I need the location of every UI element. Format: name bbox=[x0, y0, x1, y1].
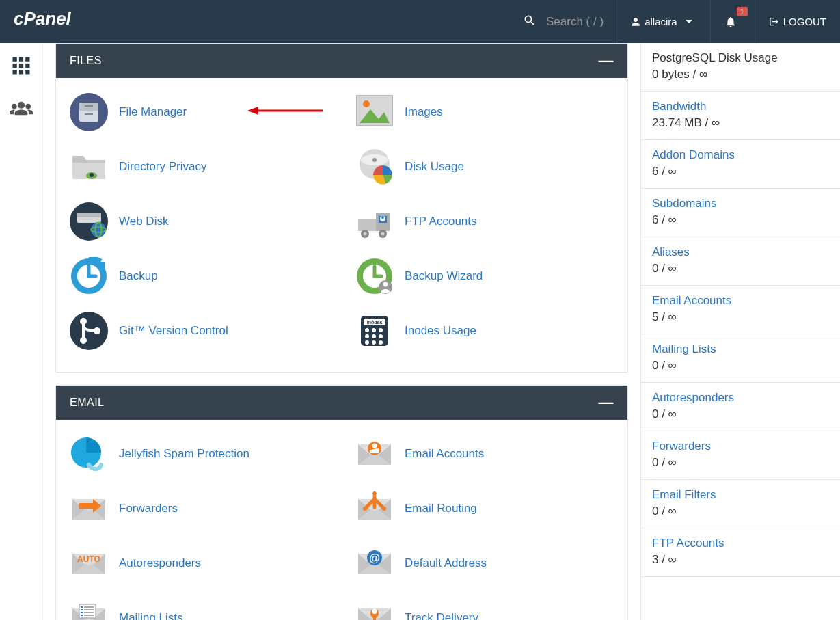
app-item-autoresp[interactable]: Autoresponders bbox=[56, 536, 342, 591]
stat-item: Addon Domains6 / ∞ bbox=[641, 140, 840, 189]
app-label: Git™ Version Control bbox=[119, 324, 228, 338]
header-right: allacira 1 LOGOUT bbox=[617, 0, 840, 43]
app-item-backup[interactable]: Backup bbox=[56, 249, 342, 304]
panel-title: EMAIL bbox=[70, 396, 105, 409]
cpanel-logo[interactable]: cPanel bbox=[14, 9, 89, 34]
app-item-diskusage[interactable]: Disk Usage bbox=[342, 139, 627, 194]
stat-item: Email Filters0 / ∞ bbox=[641, 480, 840, 528]
app-item-backupwiz[interactable]: Backup Wizard bbox=[342, 249, 627, 304]
app-item-dirprivacy[interactable]: Directory Privacy bbox=[56, 139, 342, 194]
app-item-inodes[interactable]: Inodes Usage bbox=[342, 304, 627, 358]
user-menu[interactable]: allacira bbox=[617, 0, 710, 43]
svg-rect-4 bbox=[13, 64, 17, 68]
app-item-images[interactable]: Images bbox=[342, 85, 627, 139]
svg-rect-2 bbox=[19, 57, 23, 62]
logout-button[interactable]: LOGOUT bbox=[755, 0, 840, 43]
app-label: Inodes Usage bbox=[405, 324, 476, 338]
panel-header[interactable]: FILES— bbox=[56, 44, 627, 78]
nav-home-icon[interactable] bbox=[11, 55, 31, 79]
app-item-defaddr[interactable]: Default Address bbox=[342, 536, 627, 591]
panel-body: File ManagerImagesDirectory PrivacyDisk … bbox=[56, 78, 627, 372]
backup-icon bbox=[70, 257, 108, 295]
app-label: Email Accounts bbox=[405, 447, 484, 461]
stat-label[interactable]: Autoresponders bbox=[652, 391, 829, 405]
stat-label[interactable]: Subdomains bbox=[652, 197, 829, 211]
stat-item: Aliases0 / ∞ bbox=[641, 237, 840, 286]
app-label: Email Routing bbox=[405, 502, 477, 515]
search-icon[interactable] bbox=[523, 14, 537, 30]
logout-label: LOGOUT bbox=[783, 16, 826, 27]
stat-label[interactable]: Forwarders bbox=[652, 440, 829, 453]
dirprivacy-icon bbox=[70, 148, 108, 186]
stat-value: 0 / ∞ bbox=[652, 456, 829, 470]
app-label: Jellyfish Spam Protection bbox=[119, 447, 249, 461]
stat-value: 6 / ∞ bbox=[652, 165, 829, 178]
stat-value: 5 / ∞ bbox=[652, 310, 829, 324]
stat-item: Autoresponders0 / ∞ bbox=[641, 383, 840, 431]
notifications-button[interactable]: 1 bbox=[710, 0, 755, 43]
minus-icon[interactable]: — bbox=[599, 394, 614, 412]
stat-label[interactable]: Aliases bbox=[652, 245, 829, 259]
stat-item: Email Accounts5 / ∞ bbox=[641, 286, 840, 334]
panel-email: EMAIL—Jellyfish Spam ProtectionEmail Acc… bbox=[55, 385, 628, 620]
forwarders-icon bbox=[70, 489, 108, 528]
stat-label[interactable]: FTP Accounts bbox=[652, 537, 829, 550]
notification-badge: 1 bbox=[737, 7, 748, 16]
git-icon bbox=[70, 312, 108, 350]
stat-value: 23.74 MB / ∞ bbox=[652, 116, 829, 130]
svg-rect-9 bbox=[25, 70, 29, 74]
backupwiz-icon bbox=[355, 257, 394, 295]
stat-value: 0 / ∞ bbox=[652, 407, 829, 421]
left-nav bbox=[0, 43, 43, 620]
app-label: Web Disk bbox=[119, 215, 168, 228]
stat-value: 6 / ∞ bbox=[652, 213, 829, 227]
panel-header[interactable]: EMAIL— bbox=[56, 386, 627, 420]
stats-sidebar: PostgreSQL Disk Usage0 bytes / ∞Bandwidt… bbox=[640, 43, 840, 620]
svg-rect-3 bbox=[25, 57, 29, 62]
panel-files: FILES—File ManagerImagesDirectory Privac… bbox=[55, 43, 628, 373]
diskusage-icon bbox=[355, 148, 394, 186]
stat-item: Mailing Lists0 / ∞ bbox=[641, 334, 840, 383]
app-label: Track Delivery bbox=[405, 611, 478, 620]
stat-item: PostgreSQL Disk Usage0 bytes / ∞ bbox=[641, 43, 840, 92]
app-item-forwarders[interactable]: Forwarders bbox=[56, 481, 342, 536]
stat-label[interactable]: Mailing Lists bbox=[652, 342, 829, 356]
app-item-mailinglist[interactable]: Mailing Lists bbox=[56, 591, 342, 620]
app-label: Directory Privacy bbox=[119, 160, 206, 174]
stat-value: 0 / ∞ bbox=[652, 504, 829, 518]
app-label: Disk Usage bbox=[405, 160, 464, 174]
app-item-emailacct[interactable]: Email Accounts bbox=[342, 427, 627, 481]
panel-title: FILES bbox=[70, 55, 102, 67]
app-item-trackdel[interactable]: Track Delivery bbox=[342, 591, 627, 620]
inodes-icon bbox=[355, 312, 394, 350]
app-item-jellyfish[interactable]: Jellyfish Spam Protection bbox=[56, 427, 342, 481]
logout-icon bbox=[769, 16, 779, 27]
webdisk-icon bbox=[70, 202, 108, 241]
app-label: Autoresponders bbox=[119, 556, 201, 570]
autoresp-icon bbox=[70, 544, 108, 582]
app-item-git[interactable]: Git™ Version Control bbox=[56, 304, 342, 358]
stat-label[interactable]: Email Accounts bbox=[652, 294, 829, 308]
stat-label[interactable]: Email Filters bbox=[652, 488, 829, 502]
images-icon bbox=[355, 93, 394, 131]
arrow-annotation bbox=[247, 105, 323, 119]
routing-icon bbox=[355, 489, 394, 528]
defaddr-icon bbox=[355, 544, 394, 582]
stat-item: Forwarders0 / ∞ bbox=[641, 431, 840, 480]
stat-label[interactable]: Addon Domains bbox=[652, 148, 829, 162]
top-header: cPanel allacira 1 LOGOUT bbox=[0, 0, 840, 43]
stat-label[interactable]: Bandwidth bbox=[652, 100, 829, 113]
layout: FILES—File ManagerImagesDirectory Privac… bbox=[0, 43, 840, 620]
bell-icon bbox=[724, 16, 737, 28]
app-item-routing[interactable]: Email Routing bbox=[342, 481, 627, 536]
app-item-webdisk[interactable]: Web Disk bbox=[56, 194, 342, 249]
app-label: Backup Wizard bbox=[405, 269, 483, 283]
minus-icon[interactable]: — bbox=[599, 52, 614, 70]
app-label: Mailing Lists bbox=[119, 611, 183, 620]
caret-down-icon bbox=[686, 16, 696, 27]
stat-value: 0 bytes / ∞ bbox=[652, 68, 829, 81]
app-item-ftp[interactable]: FTP Accounts bbox=[342, 194, 627, 249]
app-item-filemgr[interactable]: File Manager bbox=[56, 85, 342, 139]
nav-users-icon[interactable] bbox=[10, 99, 33, 120]
ftp-icon bbox=[355, 202, 394, 241]
